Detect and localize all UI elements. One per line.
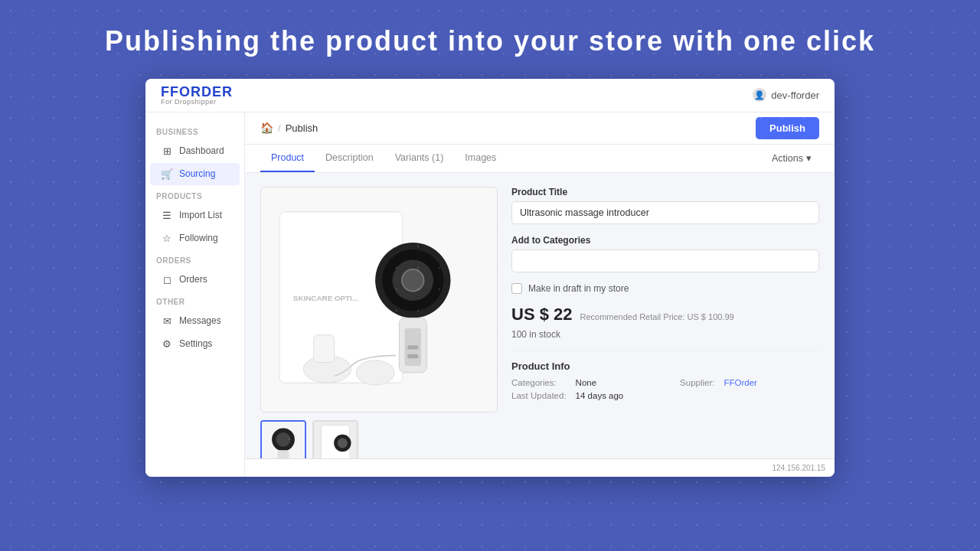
sidebar-item-orders[interactable]: ◻ Orders	[150, 269, 240, 291]
svg-point-11	[357, 360, 395, 385]
supplier-key: Supplier:	[680, 378, 714, 387]
sidebar-item-import-list[interactable]: ☰ Import List	[150, 204, 240, 227]
stock-info: 100 in stock	[511, 329, 819, 340]
svg-text:SKINCARE OPTI...: SKINCARE OPTI...	[293, 294, 358, 302]
sidebar-item-label: Dashboard	[179, 145, 224, 156]
sidebar-item-label: Messages	[179, 315, 221, 326]
sidebar-item-label: Settings	[179, 338, 212, 349]
sidebar-section-other: Other	[145, 292, 244, 309]
draft-checkbox[interactable]	[511, 283, 522, 294]
last-updated-key: Last Updated:	[511, 391, 567, 400]
price-rrp: Recommended Retail Price: US $ 100.99	[580, 312, 734, 321]
details-panel: Product Title Add to Categories Make in …	[511, 187, 819, 445]
tab-product[interactable]: Product	[260, 145, 315, 172]
svg-point-5	[402, 269, 424, 292]
breadcrumb-current: Publish	[286, 122, 318, 134]
product-title-group: Product Title	[511, 187, 819, 224]
logo: FFORDER For Dropshipper	[161, 85, 233, 106]
sidebar-item-messages[interactable]: ✉ Messages	[150, 310, 240, 332]
categories-label: Add to Categories	[511, 235, 819, 246]
username: dev-fforder	[771, 90, 819, 101]
categories-input[interactable]	[511, 249, 819, 272]
breadcrumb-bar: 🏠 / Publish Publish	[245, 112, 835, 145]
product-info-section: Product Info Categories: None Supplier: …	[511, 350, 819, 400]
draft-label: Make in draft in my store	[528, 283, 629, 294]
product-content: SKINCARE OPTI...	[245, 173, 835, 458]
thumbnails	[260, 420, 498, 458]
product-title-label: Product Title	[511, 187, 819, 197]
logo-sub: For Dropshipper	[161, 99, 233, 106]
messages-icon: ✉	[161, 315, 173, 327]
user-avatar-icon: 👤	[753, 88, 766, 102]
app-window: FFORDER For Dropshipper 👤 dev-fforder Bu…	[145, 79, 835, 477]
svg-rect-9	[408, 354, 419, 358]
hero-title: Publishing the product into your store w…	[0, 0, 980, 79]
product-title-input[interactable]	[511, 201, 819, 224]
sidebar-item-settings[interactable]: ⚙ Settings	[150, 333, 240, 355]
product-main-image: SKINCARE OPTI...	[260, 187, 498, 412]
supplier-val[interactable]: FFOrder	[724, 378, 820, 387]
svg-rect-8	[408, 345, 419, 349]
settings-icon: ⚙	[161, 338, 173, 350]
sidebar-item-label: Orders	[179, 274, 207, 285]
sidebar-item-dashboard[interactable]: ⊞ Dashboard	[150, 140, 240, 162]
draft-checkbox-row[interactable]: Make in draft in my store	[511, 283, 819, 294]
actions-button[interactable]: Actions ▾	[764, 148, 819, 168]
tabs-bar: Product Description Variants (1) Images …	[245, 145, 835, 173]
logo-main: FFORDER	[161, 85, 233, 99]
thumbnail-2[interactable]	[312, 420, 358, 458]
home-icon[interactable]: 🏠	[260, 122, 273, 134]
categories-info-key: Categories:	[511, 378, 567, 387]
svg-rect-16	[278, 450, 289, 458]
breadcrumb-separator: /	[278, 122, 281, 134]
dashboard-icon: ⊞	[161, 145, 173, 157]
product-info-grid: Categories: None Supplier: FFOrder Last …	[511, 378, 819, 400]
tab-variants[interactable]: Variants (1)	[384, 145, 455, 172]
tabs: Product Description Variants (1) Images	[260, 145, 507, 172]
chevron-down-icon: ▾	[806, 152, 812, 164]
product-info-title: Product Info	[511, 360, 819, 372]
price-row: US $ 22 Recommended Retail Price: US $ 1…	[511, 305, 819, 324]
svg-point-20	[338, 438, 348, 448]
breadcrumb: 🏠 / Publish	[260, 122, 318, 134]
tab-images[interactable]: Images	[454, 145, 507, 172]
following-icon: ☆	[161, 233, 173, 244]
sidebar-section-business: Business	[145, 122, 244, 139]
sidebar-section-products: Products	[145, 186, 244, 204]
sidebar: Business ⊞ Dashboard 🛒 Sourcing Products…	[145, 112, 245, 477]
top-user: 👤 dev-fforder	[753, 88, 819, 102]
import-list-icon: ☰	[161, 210, 173, 221]
ip-address: 124.156.201.15	[772, 464, 825, 472]
sidebar-item-sourcing[interactable]: 🛒 Sourcing	[150, 163, 240, 185]
orders-icon: ◻	[161, 274, 173, 285]
svg-point-15	[276, 432, 291, 447]
sidebar-section-orders: Orders	[145, 250, 244, 268]
content-area: 🏠 / Publish Publish Product Description …	[245, 112, 835, 477]
sourcing-icon: 🛒	[161, 168, 173, 180]
sidebar-item-label: Sourcing	[179, 168, 215, 179]
last-updated-val: 14 days ago	[576, 391, 671, 400]
categories-info-val: None	[576, 378, 671, 387]
sidebar-item-label: Import List	[179, 210, 222, 220]
price-main: US $ 22	[511, 305, 573, 324]
bottom-bar: 124.156.201.15	[245, 458, 835, 477]
tab-description[interactable]: Description	[315, 145, 384, 172]
image-panel: SKINCARE OPTI...	[260, 187, 498, 445]
main-layout: Business ⊞ Dashboard 🛒 Sourcing Products…	[145, 112, 835, 477]
categories-group: Add to Categories	[511, 235, 819, 272]
sidebar-item-label: Following	[179, 233, 218, 243]
actions-label: Actions	[772, 153, 803, 164]
publish-button[interactable]: Publish	[756, 117, 819, 139]
thumbnail-1[interactable]	[260, 420, 306, 458]
svg-rect-12	[314, 335, 335, 363]
top-bar: FFORDER For Dropshipper 👤 dev-fforder	[145, 79, 835, 112]
sidebar-item-following[interactable]: ☆ Following	[150, 227, 240, 249]
